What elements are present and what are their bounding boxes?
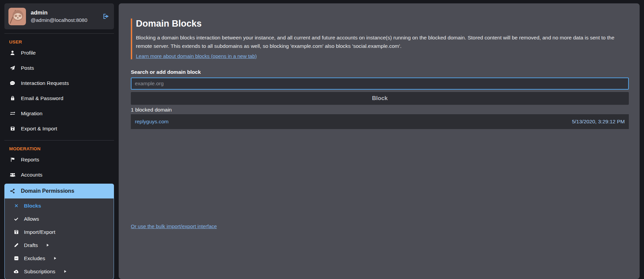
submenu-item-label: Excludes [24, 255, 45, 261]
floppy-icon [13, 229, 19, 235]
sidebar-item-export-import[interactable]: Export & Import [4, 121, 114, 136]
pencil-icon [13, 243, 19, 248]
section-label-moderation: MODERATION [9, 146, 114, 151]
caret-right-icon [46, 243, 50, 247]
sidebar-item-label: Accounts [21, 172, 42, 178]
submenu-item-label: Blocks [24, 203, 41, 209]
submenu-item-blocks[interactable]: Blocks [5, 199, 114, 212]
sidebar-item-domain-permissions[interactable]: Domain Permissions [4, 184, 114, 198]
submenu-item-label: Allows [24, 216, 39, 222]
user-icon [9, 50, 16, 56]
search-label: Search or add domain block [131, 69, 629, 75]
sidebar-item-label: Email & Password [21, 95, 63, 101]
sidebar-item-label: Domain Permissions [21, 188, 74, 194]
submenu-item-excludes[interactable]: Excludes [5, 252, 114, 265]
blocked-domain-row[interactable]: replyguys.com 5/13/2020, 3:29:12 PM [131, 114, 629, 129]
domain-search-input[interactable] [131, 78, 629, 90]
sidebar-item-posts[interactable]: Posts [4, 60, 114, 75]
domain-permissions-submenu: Blocks Allows Import/Export Drafts [4, 198, 114, 279]
avatar [8, 8, 26, 25]
divider [4, 140, 114, 141]
sidebar-item-label: Profile [21, 50, 36, 56]
submenu-item-drafts[interactable]: Drafts [5, 239, 114, 252]
sidebar-item-reports[interactable]: Reports [4, 152, 114, 167]
sign-out-icon[interactable] [102, 13, 109, 20]
submenu-item-label: Import/Export [24, 229, 55, 235]
section-label-user: USER [9, 39, 114, 44]
share-nodes-icon [9, 188, 16, 194]
submenu-item-import-export[interactable]: Import/Export [5, 225, 114, 239]
user-handle: @admin@localhost:8080 [31, 17, 87, 24]
xmark-icon [13, 203, 19, 208]
submenu-item-allows[interactable]: Allows [5, 212, 114, 225]
page-header: Domain Blocks Blocking a domain blocks i… [131, 19, 629, 59]
flag-icon [9, 157, 16, 162]
caret-right-icon [53, 256, 57, 260]
minus-square-icon [13, 256, 19, 261]
exchange-icon [9, 111, 16, 116]
check-icon [13, 216, 19, 222]
paper-plane-icon [9, 65, 16, 71]
users-icon [9, 172, 16, 178]
page-description: Blocking a domain blocks interaction bet… [136, 33, 629, 50]
sidebar-item-email-password[interactable]: Email & Password [4, 91, 114, 106]
sidebar-item-interaction-requests[interactable]: Interaction Requests [4, 75, 114, 91]
sidebar-item-label: Posts [21, 65, 34, 71]
submenu-item-label: Subscriptions [24, 269, 55, 275]
sidebar-item-accounts[interactable]: Accounts [4, 167, 114, 182]
sidebar-item-label: Reports [21, 157, 39, 163]
submenu-item-label: Drafts [24, 242, 38, 248]
cloud-download-icon [13, 269, 19, 274]
sidebar-item-profile[interactable]: Profile [4, 45, 114, 60]
user-identity: admin @admin@localhost:8080 [31, 9, 87, 24]
user-lock-icon [9, 96, 16, 101]
user-card: admin @admin@localhost:8080 [4, 3, 114, 29]
learn-more-link[interactable]: Learn more about domain blocks (opens in… [136, 53, 257, 59]
sidebar-item-label: Migration [21, 111, 42, 117]
sidebar-item-label: Interaction Requests [21, 80, 69, 86]
floppy-icon [9, 126, 16, 131]
blocked-count: 1 blocked domain [131, 107, 629, 113]
block-button[interactable]: Block [131, 92, 629, 105]
username: admin [31, 9, 87, 16]
main-panel: Domain Blocks Blocking a domain blocks i… [119, 3, 640, 279]
bulk-import-export-link[interactable]: Or use the bulk import/export interface [131, 223, 217, 229]
divider [4, 33, 114, 34]
blocked-domain-link[interactable]: replyguys.com [135, 119, 169, 125]
sidebar: admin @admin@localhost:8080 USER Profile… [4, 3, 114, 279]
blocked-domain-date: 5/13/2020, 3:29:12 PM [572, 119, 625, 125]
sidebar-item-migration[interactable]: Migration [4, 106, 114, 121]
comment-dots-icon [9, 81, 16, 86]
page-title: Domain Blocks [136, 19, 629, 29]
submenu-item-subscriptions[interactable]: Subscriptions [5, 265, 114, 278]
caret-right-icon [63, 269, 67, 274]
sidebar-item-label: Export & Import [21, 126, 57, 132]
